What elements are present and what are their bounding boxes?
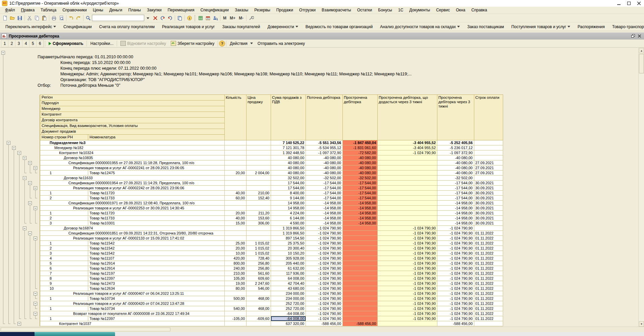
cell-due-date[interactable]: 30.09.2021 — [474, 186, 503, 191]
cell-due-date[interactable]: 30.09.2021 — [474, 211, 503, 216]
cell-price[interactable]: 546,00 — [247, 286, 271, 291]
cell-overdue-in-3w[interactable]: -1 024 790,90 — [437, 251, 474, 256]
cell-sum-with-vat[interactable]: 1 319 866,50 — [271, 231, 306, 236]
panel-button-реализация-товаров-и-услуг[interactable]: Реализация товаров и услуг — [159, 23, 217, 30]
help-button[interactable]: ? — [219, 41, 225, 47]
memory-minus-button[interactable]: M- — [237, 15, 245, 21]
cell-overdue-add-3w[interactable] — [378, 201, 437, 206]
cell-due-date[interactable]: 01.11.2022 — [474, 286, 503, 291]
panel-button-анализ-доступности-товаров-на-складах[interactable]: Анализ доступности товаров на складах — [377, 23, 463, 30]
pages-icon[interactable] — [176, 15, 183, 21]
menu-1[interactable]: Файл — [2, 7, 18, 13]
cell-current-debt[interactable]: -14 958,00 — [306, 201, 343, 206]
cell-overdue-debt[interactable] — [343, 311, 378, 316]
cell-quantity[interactable] — [225, 236, 247, 241]
cell-due-date[interactable]: 01.11.2022 — [474, 251, 503, 256]
cell-due-date[interactable]: 01.11.2022 — [474, 296, 503, 301]
cell-quantity[interactable]: 15,00 — [225, 221, 247, 226]
cell-overdue-debt[interactable]: -17 544,00 — [343, 186, 378, 191]
cell-sum-with-vat[interactable]: 61 632,00 — [271, 266, 306, 271]
cell-current-debt[interactable]: -40 080,00 — [306, 160, 343, 165]
cell-current-debt[interactable]: -1 024 790,90 — [306, 231, 343, 236]
cell-current-debt[interactable]: -1 024 790,90 — [306, 281, 343, 286]
cell-sum-with-vat[interactable]: 40 080,00 — [271, 160, 306, 165]
cell-overdue-in-3w[interactable]: -1 024 790,90 — [437, 306, 474, 311]
cell-group-label[interactable]: Реализация товаров и услуг АГ-00002133 о… — [40, 236, 225, 241]
cell-overdue-add-3w[interactable]: -1 024 790,90 — [378, 306, 437, 311]
cell-due-date[interactable]: 01.11.2022 — [474, 241, 503, 246]
cell-sum-with-vat[interactable]: 305 928,00 — [271, 256, 306, 261]
cell-price[interactable]: 609,60 — [247, 276, 271, 281]
cell-quantity[interactable] — [225, 311, 247, 316]
cell-sum-with-vat[interactable]: 7 140 525,22 — [271, 140, 306, 145]
cell-overdue-debt[interactable] — [343, 231, 378, 236]
cell-due-date[interactable]: 01.11.2022 — [474, 276, 503, 281]
cell-current-debt[interactable]: -1 024 790,90 — [306, 261, 343, 266]
cell-quantity[interactable]: 60,00 — [225, 196, 247, 201]
cell-group-label[interactable]: Договор №16874 — [40, 226, 225, 231]
cell-line-number[interactable]: 1 — [40, 211, 88, 216]
menu-7[interactable]: Планы — [125, 7, 144, 13]
cell-overdue-debt[interactable]: -40 080,00 — [343, 160, 378, 165]
tree-collapse-toggle[interactable] — [34, 237, 37, 240]
cell-line-number[interactable]: 1 — [40, 296, 88, 301]
cell-current-debt[interactable]: -1 024 790,90 — [306, 241, 343, 246]
menu-10[interactable]: Спецификации — [198, 7, 232, 13]
cell-overdue-add-3w[interactable]: -1 024 790,90 — [378, 241, 437, 246]
cell-due-date[interactable]: 01.11.2022 — [474, 306, 503, 311]
cell-quantity[interactable] — [225, 226, 247, 231]
copy-icon[interactable] — [33, 15, 41, 21]
cell-due-date[interactable]: 30.09.2021 — [474, 206, 503, 211]
cell-quantity[interactable]: 40,00 — [225, 216, 247, 221]
cell-line-number[interactable]: 2 — [40, 196, 88, 201]
cell-current-debt[interactable]: -14 958,00 — [306, 211, 343, 216]
cell-overdue-in-3w[interactable]: -5 252 405,56 — [437, 140, 474, 145]
cell-price[interactable]: 152,40 — [247, 196, 271, 201]
cell-sum-with-vat[interactable]: 1 319 866,50 — [271, 226, 306, 231]
cell-line-number[interactable]: 1 — [40, 171, 88, 176]
cell-overdue-add-3w[interactable] — [378, 211, 437, 216]
clear-icon[interactable] — [152, 15, 159, 21]
cell-overdue-add-3w[interactable]: -1 024 790,90 — [378, 316, 437, 321]
cell-line-number[interactable]: 3 — [40, 221, 88, 226]
cell-sum-with-vat[interactable]: 40 080,00 — [271, 155, 306, 160]
cell-sum-with-vat[interactable]: 252 720,00 — [271, 306, 306, 311]
cell-group-label[interactable]: Возврат товаров от покупателя АГ-0000000… — [40, 311, 225, 316]
menu-18[interactable]: 1С — [395, 7, 406, 13]
cell-overdue-debt[interactable] — [343, 301, 378, 306]
cell-overdue-in-3w[interactable]: -40 080,00 — [437, 155, 474, 160]
panel-button-переключить-интерфейс[interactable]: Переключить интерфейс — [3, 23, 59, 30]
cell-price[interactable] — [247, 231, 271, 236]
cell-sum-with-vat[interactable]: 10 150,20 — [271, 251, 306, 256]
cell-line-number[interactable]: 7 — [40, 271, 88, 276]
cell-quantity[interactable] — [225, 150, 247, 155]
close-button[interactable] — [634, 0, 644, 7]
cell-quantity[interactable]: 40,00 — [225, 191, 247, 196]
cell-due-date[interactable]: 01.11.2022 — [474, 271, 503, 276]
cell-overdue-debt[interactable]: -17 544,00 — [343, 191, 378, 196]
tree-collapse-toggle[interactable] — [23, 156, 26, 160]
cell-sum-with-vat[interactable]: 14 958,00 — [271, 206, 306, 211]
quick-search-input[interactable] — [92, 15, 144, 21]
cell-sum-with-vat[interactable]: 234 000,00 — [271, 291, 306, 296]
cell-quantity[interactable] — [225, 145, 247, 150]
cell-overdue-add-3w[interactable]: -1 024 790,90 — [378, 296, 437, 301]
cell-nomenclature[interactable]: Товар №10734 — [88, 306, 225, 311]
cell-overdue-in-3w[interactable]: -1 024 790,90 — [437, 236, 474, 241]
cell-overdue-debt[interactable]: -14 958,00 — [343, 211, 378, 216]
cell-sum-with-vat[interactable]: 17 544,00 — [271, 181, 306, 186]
cell-due-date[interactable]: 30.09.2021 — [474, 201, 503, 206]
cell-overdue-debt[interactable]: -1 831 061,60 — [343, 145, 378, 150]
cell-overdue-debt[interactable]: -14 958,00 — [343, 221, 378, 226]
cell-overdue-in-3w[interactable]: -17 544,00 — [437, 186, 474, 191]
cell-price[interactable]: 728,40 — [247, 256, 271, 261]
cell-sum-with-vat[interactable]: 6 144,00 — [271, 216, 306, 221]
cell-price[interactable]: 1 015,02 — [247, 251, 271, 256]
cell-due-date[interactable]: 01.11.2022 — [474, 231, 503, 236]
horizontal-scrollbar-thumb[interactable] — [1, 328, 170, 331]
cell-overdue-debt[interactable]: -72 582,00 — [343, 150, 378, 155]
tree-collapse-toggle[interactable] — [34, 166, 37, 170]
cell-current-debt[interactable]: -1 024 790,90 — [306, 246, 343, 251]
cell-sum-with-vat[interactable]: 205 440,00 — [271, 261, 306, 266]
cell-overdue-in-3w[interactable]: -17 544,00 — [437, 191, 474, 196]
